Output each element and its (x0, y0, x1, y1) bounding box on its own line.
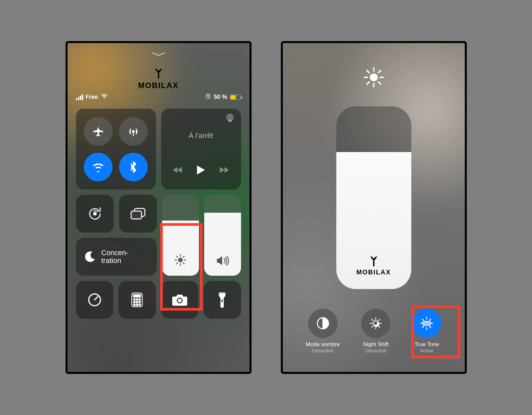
svg-point-26 (139, 301, 141, 303)
svg-point-22 (136, 299, 138, 300)
control-center-screenshot: MOBILAX Free 50 % (66, 41, 251, 374)
svg-point-9 (178, 258, 183, 262)
previous-track-button[interactable] (172, 166, 183, 175)
watermark-logo: MOBILAX (356, 255, 391, 276)
airplay-icon[interactable] (225, 114, 235, 123)
svg-point-34 (370, 73, 378, 81)
camera-button[interactable] (161, 281, 199, 319)
svg-point-5 (229, 117, 231, 118)
svg-rect-6 (93, 212, 97, 215)
svg-rect-32 (221, 300, 223, 302)
svg-line-57 (422, 319, 424, 320)
alarm-icon (205, 93, 211, 101)
cellular-data-toggle[interactable] (119, 117, 148, 146)
svg-line-59 (430, 319, 431, 320)
watermark-text: MOBILAX (138, 81, 179, 90)
media-status-text: À l'arrêt (189, 131, 213, 140)
calculator-button[interactable] (118, 281, 156, 319)
svg-point-21 (134, 299, 135, 300)
svg-point-23 (139, 299, 141, 300)
svg-point-27 (134, 304, 135, 306)
svg-line-51 (379, 319, 380, 320)
svg-point-1 (132, 131, 134, 132)
svg-line-42 (367, 82, 369, 84)
svg-line-16 (183, 256, 184, 257)
play-button[interactable] (196, 165, 205, 177)
timer-button[interactable] (76, 281, 114, 319)
wifi-toggle[interactable] (84, 153, 113, 181)
focus-tile[interactable]: Concen- tration (76, 238, 157, 276)
brightness-slider-large[interactable]: MOBILAX (336, 106, 411, 289)
connectivity-tile[interactable] (76, 109, 156, 190)
svg-point-29 (139, 304, 141, 306)
true-tone-toggle[interactable]: True Tone Activé (412, 309, 441, 353)
svg-line-49 (372, 319, 373, 320)
svg-line-15 (183, 263, 184, 264)
true-tone-label: True Tone (415, 341, 439, 348)
brightness-icon (362, 66, 385, 90)
svg-rect-33 (219, 292, 225, 294)
svg-line-14 (176, 256, 178, 257)
watermark-logo: MOBILAX (76, 68, 241, 90)
brightness-slider[interactable] (162, 195, 199, 276)
svg-line-52 (372, 326, 373, 327)
screen-mirroring-button[interactable] (119, 195, 157, 233)
next-track-button[interactable] (219, 166, 230, 175)
battery-percent: 50 % (214, 94, 227, 100)
svg-point-4 (228, 115, 232, 119)
svg-point-25 (136, 301, 138, 303)
svg-line-39 (367, 70, 369, 73)
dark-mode-label: Mode sombre (306, 341, 340, 348)
svg-point-24 (134, 301, 135, 303)
dark-mode-status: Désactivé (312, 348, 334, 353)
volume-icon (216, 255, 229, 268)
status-bar: Free 50 % (76, 93, 241, 101)
night-shift-status: Désactivé (365, 348, 387, 353)
svg-point-31 (178, 299, 182, 302)
svg-rect-8 (131, 211, 142, 219)
svg-line-60 (422, 326, 424, 328)
cellular-signal-icon (76, 94, 83, 100)
bluetooth-toggle[interactable] (119, 153, 148, 181)
battery-icon (230, 95, 241, 100)
brightness-expanded-screenshot: MOBILAX Mode sombre Désactivé Night Shif… (281, 41, 467, 374)
carrier-name: Free (86, 94, 98, 100)
media-tile[interactable]: À l'arrêt (161, 109, 241, 190)
chevron-down-icon[interactable] (76, 52, 241, 58)
wifi-status-icon (101, 94, 108, 100)
airplane-mode-toggle[interactable] (84, 117, 113, 146)
volume-slider[interactable] (204, 195, 241, 276)
flashlight-button[interactable] (204, 281, 241, 319)
svg-line-17 (176, 263, 178, 264)
night-shift-toggle[interactable]: Night Shift Désactivé (361, 309, 390, 353)
svg-point-28 (136, 304, 138, 306)
svg-line-58 (430, 326, 431, 328)
brightness-icon (174, 254, 187, 268)
dark-mode-toggle[interactable]: Mode sombre Désactivé (306, 309, 340, 353)
orientation-lock-toggle[interactable] (76, 195, 114, 233)
svg-line-50 (379, 326, 380, 327)
focus-label: Concen- tration (101, 249, 129, 265)
true-tone-status: Activé (420, 348, 433, 353)
svg-line-41 (378, 70, 381, 73)
night-shift-label: Night Shift (363, 341, 388, 348)
svg-rect-20 (133, 295, 141, 297)
svg-line-40 (378, 82, 381, 84)
watermark-text: MOBILAX (356, 269, 391, 276)
